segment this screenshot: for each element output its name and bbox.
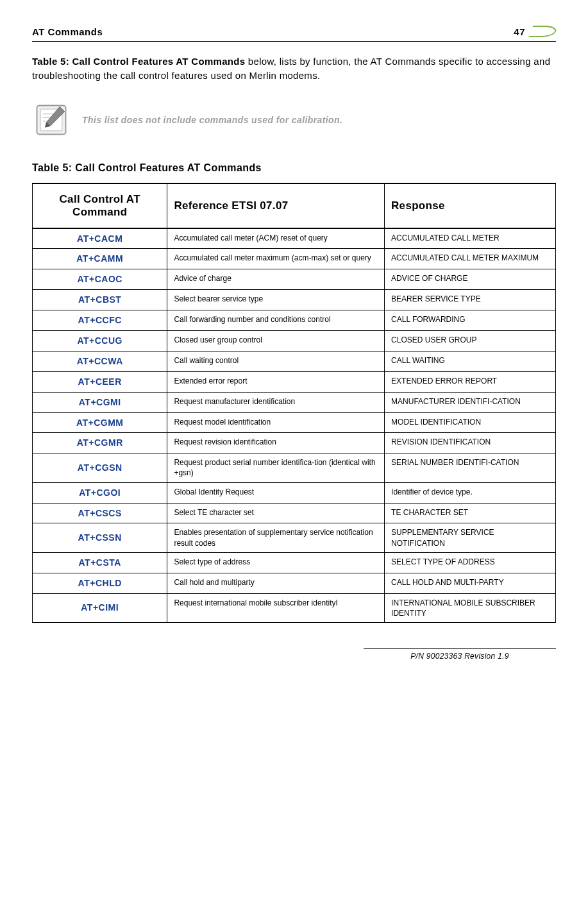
- resp-cell: CALL FORWARDING: [385, 310, 556, 331]
- page-number: 47: [514, 26, 525, 37]
- resp-cell: ADVICE OF CHARGE: [385, 269, 556, 290]
- resp-cell: TE CHARACTER SET: [385, 503, 556, 523]
- table-row: AT+CGMMRequest model identificationMODEL…: [33, 412, 556, 433]
- note-text: This list does not include commands used…: [82, 115, 342, 125]
- ref-cell: Request revision identification: [167, 433, 385, 453]
- table-row: AT+CACMAccumulated call meter (ACM) rese…: [33, 228, 556, 249]
- cmd-cell: AT+CBST: [33, 290, 167, 310]
- cmd-cell: AT+CGMR: [33, 433, 167, 453]
- resp-cell: SELECT TYPE OF ADDRESS: [385, 552, 556, 573]
- ref-cell: Request manufacturer identification: [167, 392, 385, 412]
- table-row: AT+CHLDCall hold and multipartyCALL HOLD…: [33, 573, 556, 593]
- cmd-cell: AT+CSTA: [33, 552, 167, 573]
- at-commands-table: Call Control AT Command Reference ETSI 0…: [32, 183, 556, 623]
- col-header-command: Call Control AT Command: [33, 183, 167, 228]
- cmd-cell: AT+CGMM: [33, 412, 167, 433]
- resp-cell: SUPPLEMENTARY SERVICE NOTIFICATION: [385, 523, 556, 552]
- resp-cell: INTERNATIONAL MOBILE SUBSCRIBER IDENTITY: [385, 593, 556, 622]
- ref-cell: Select type of address: [167, 552, 385, 573]
- table-row: AT+CGSNRequest product serial number ide…: [33, 453, 556, 482]
- intro-bold: Table 5: Call Control Features AT Comman…: [32, 56, 245, 67]
- ref-cell: Select bearer service type: [167, 290, 385, 310]
- cmd-cell: AT+CGSN: [33, 453, 167, 482]
- table-row: AT+CGOIGlobal Identity RequestIdentifier…: [33, 482, 556, 503]
- cmd-cell: AT+CAMM: [33, 249, 167, 269]
- ref-cell: Closed user group control: [167, 330, 385, 351]
- resp-cell: Identifier of device type.: [385, 482, 556, 503]
- table-row: AT+CBSTSelect bearer service typeBEARER …: [33, 290, 556, 310]
- cmd-cell: AT+CCUG: [33, 330, 167, 351]
- cmd-cell: AT+CHLD: [33, 573, 167, 593]
- table-row: AT+CEERExtended error reportEXTENDED ERR…: [33, 371, 556, 392]
- logo-swoosh-icon: [528, 26, 559, 37]
- ref-cell: Enables presentation of supplementary se…: [167, 523, 385, 552]
- cmd-cell: AT+CACM: [33, 228, 167, 249]
- cmd-cell: AT+CGMI: [33, 392, 167, 412]
- table-header-row: Call Control AT Command Reference ETSI 0…: [33, 183, 556, 228]
- notepad-pencil-icon: [32, 101, 71, 139]
- ref-cell: Call hold and multiparty: [167, 573, 385, 593]
- resp-cell: REVISION IDENTIFICATION: [385, 433, 556, 453]
- header-title: AT Commands: [32, 26, 103, 37]
- table-row: AT+CSCSSelect TE character setTE CHARACT…: [33, 503, 556, 523]
- cmd-cell: AT+CGOI: [33, 482, 167, 503]
- ref-cell: Extended error report: [167, 371, 385, 392]
- table-row: AT+CSTASelect type of addressSELECT TYPE…: [33, 552, 556, 573]
- table-title: Table 5: Call Control Features AT Comman…: [32, 162, 556, 174]
- resp-cell: EXTENDED ERROR REPORT: [385, 371, 556, 392]
- intro-paragraph: Table 5: Call Control Features AT Comman…: [32, 55, 556, 83]
- resp-cell: MANUFACTURER IDENTIFI-CATION: [385, 392, 556, 412]
- resp-cell: CALL HOLD AND MULTI-PARTY: [385, 573, 556, 593]
- table-row: AT+CCUGClosed user group controlCLOSED U…: [33, 330, 556, 351]
- col-header-reference: Reference ETSI 07.07: [167, 183, 385, 228]
- ref-cell: Call waiting control: [167, 351, 385, 371]
- cmd-cell: AT+CEER: [33, 371, 167, 392]
- col-header-response: Response: [385, 183, 556, 228]
- ref-cell: Advice of charge: [167, 269, 385, 290]
- ref-cell: Accumulated call meter maximum (acm-max)…: [167, 249, 385, 269]
- ref-cell: Select TE character set: [167, 503, 385, 523]
- table-row: AT+CSSNEnables presentation of supplemen…: [33, 523, 556, 552]
- table-row: AT+CIMIRequest international mobile subs…: [33, 593, 556, 622]
- table-row: AT+CCFCCall forwarding number and condit…: [33, 310, 556, 331]
- note-block: This list does not include commands used…: [32, 101, 556, 139]
- resp-cell: ACCUMULATED CALL METER MAXIMUM: [385, 249, 556, 269]
- cmd-cell: AT+CSCS: [33, 503, 167, 523]
- ref-cell: Global Identity Request: [167, 482, 385, 503]
- ref-cell: Request international mobile subscriber …: [167, 593, 385, 622]
- ref-cell: Request product serial number identifica…: [167, 453, 385, 482]
- header-right: 47: [514, 26, 556, 37]
- resp-cell: ACCUMULATED CALL METER: [385, 228, 556, 249]
- table-row: AT+CCWACall waiting controlCALL WAITING: [33, 351, 556, 371]
- table-row: AT+CGMRRequest revision identificationRE…: [33, 433, 556, 453]
- footer-text: P/N 90023363 Revision 1.9: [364, 648, 556, 661]
- ref-cell: Accumulated call meter (ACM) reset of qu…: [167, 228, 385, 249]
- page-header: AT Commands 47: [32, 26, 556, 42]
- resp-cell: BEARER SERVICE TYPE: [385, 290, 556, 310]
- table-row: AT+CAMMAccumulated call meter maximum (a…: [33, 249, 556, 269]
- cmd-cell: AT+CCFC: [33, 310, 167, 331]
- ref-cell: Call forwarding number and conditions co…: [167, 310, 385, 331]
- resp-cell: MODEL IDENTIFICATION: [385, 412, 556, 433]
- resp-cell: CALL WAITING: [385, 351, 556, 371]
- cmd-cell: AT+CCWA: [33, 351, 167, 371]
- resp-cell: SERIAL NUMBER IDENTIFI-CATION: [385, 453, 556, 482]
- table-row: AT+CAOCAdvice of chargeADVICE OF CHARGE: [33, 269, 556, 290]
- page-footer: P/N 90023363 Revision 1.9: [32, 648, 556, 661]
- resp-cell: CLOSED USER GROUP: [385, 330, 556, 351]
- table-row: AT+CGMIRequest manufacturer identificati…: [33, 392, 556, 412]
- ref-cell: Request model identification: [167, 412, 385, 433]
- cmd-cell: AT+CIMI: [33, 593, 167, 622]
- cmd-cell: AT+CSSN: [33, 523, 167, 552]
- cmd-cell: AT+CAOC: [33, 269, 167, 290]
